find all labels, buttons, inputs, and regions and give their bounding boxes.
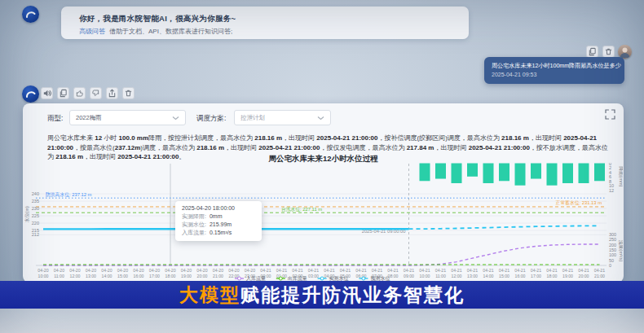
slogan-banner: 大模型赋能提升防汛业务智慧化	[0, 281, 644, 309]
thumbs-up-button[interactable]	[73, 87, 86, 99]
thumbs-up-icon	[75, 89, 84, 98]
svg-text:10:00: 10:00	[38, 274, 49, 278]
svg-text:04-20: 04-20	[37, 268, 48, 273]
svg-text:04-21: 04-21	[531, 268, 541, 273]
delete-button[interactable]	[122, 87, 135, 99]
svg-text:20:00: 20:00	[579, 274, 589, 278]
svg-text:正常蓄水位: 231.13 m: 正常蓄水位: 231.13 m	[556, 200, 602, 205]
fullscreen-icon	[605, 109, 615, 120]
copy-icon	[59, 89, 68, 98]
svg-text:14:00: 14:00	[102, 274, 112, 278]
read-aloud-button[interactable]	[41, 87, 53, 99]
fullscreen-button[interactable]	[605, 108, 615, 119]
svg-text:12:00: 12:00	[452, 274, 462, 278]
speaker-icon	[42, 89, 51, 98]
svg-text:16:00: 16:00	[134, 274, 144, 278]
svg-text:降雨(mm): 降雨(mm)	[619, 166, 623, 186]
svg-text:09:00: 09:00	[404, 274, 414, 278]
svg-text:20:00: 20:00	[197, 274, 208, 278]
svg-text:04-20: 04-20	[196, 268, 207, 273]
rain-type-value: 2022梅雨	[76, 114, 172, 122]
svg-text:212: 212	[32, 232, 39, 237]
svg-text:50: 50	[609, 258, 614, 263]
svg-text:04-21: 04-21	[355, 268, 366, 273]
slogan-highlight: 大模型	[179, 284, 240, 305]
svg-text:04-20: 04-20	[228, 268, 239, 273]
svg-text:04-21: 04-21	[308, 268, 319, 273]
screen: 你好，我是甬水院智能AI，很高兴为你服务~ 高级问答借助于文档、API、数据库表…	[0, 0, 644, 333]
svg-text:04-21: 04-21	[514, 268, 525, 273]
svg-text:04-21: 04-21	[483, 268, 493, 273]
qa-mode-tag: 高级问答	[79, 28, 105, 35]
assistant-avatar	[22, 85, 39, 103]
svg-text:04-21: 04-21	[419, 268, 430, 273]
svg-text:225: 225	[32, 213, 39, 218]
svg-text:04-21: 04-21	[435, 268, 446, 273]
svg-text:250: 250	[609, 237, 616, 242]
svg-text:240: 240	[32, 191, 39, 196]
export-icon	[108, 89, 117, 98]
svg-text:15:00: 15:00	[117, 274, 128, 278]
svg-text:300: 300	[609, 232, 616, 237]
svg-text:150: 150	[609, 248, 616, 252]
footer-strip	[0, 309, 644, 333]
analysis-panel: 雨型: 2022梅雨 调度方案: 控泄计划 周公宅水库未来 12 小时 100.…	[23, 103, 624, 283]
svg-text:220: 220	[32, 221, 39, 226]
thumbs-down-button[interactable]	[90, 87, 102, 99]
svg-text:04-21: 04-21	[578, 268, 589, 273]
plan-select[interactable]: 控泄计划	[234, 110, 331, 125]
svg-text:15:00: 15:00	[499, 274, 509, 278]
copy-button[interactable]	[586, 46, 598, 58]
svg-text:19:00: 19:00	[562, 274, 573, 278]
svg-text:04-21: 04-21	[372, 268, 382, 273]
svg-text:17:00: 17:00	[531, 274, 541, 278]
slogan-text: 大模型赋能提升防汛业务智慧化	[179, 283, 465, 308]
svg-text:流量(m³/s): 流量(m³/s)	[618, 240, 623, 262]
svg-text:04-21: 04-21	[340, 268, 351, 273]
assistant-logo-icon	[22, 85, 39, 103]
assistant-greeting: 你好，我是甬水院智能AI，很高兴为你服务~	[79, 14, 236, 24]
rain-type-select[interactable]: 2022梅雨	[69, 110, 186, 125]
assistant-logo-icon	[22, 6, 39, 23]
chevron-down-icon	[172, 115, 179, 121]
svg-text:18:00: 18:00	[165, 274, 176, 278]
export-button[interactable]	[106, 87, 118, 99]
svg-text:04-21: 04-21	[387, 268, 398, 273]
tooltip-rows: 实测降雨:0mm实测水位:215.99m入库流量:0.15m³/s	[182, 213, 255, 237]
delete-button[interactable]	[602, 46, 615, 58]
svg-text:水位(m): 水位(m)	[24, 206, 29, 223]
assistant-avatar	[22, 6, 39, 23]
svg-text:11:00: 11:00	[54, 274, 64, 278]
svg-text:19:00: 19:00	[181, 274, 192, 278]
assistant-message: 你好，我是甬水院智能AI，很高兴为你服务~ 高级问答借助于文档、API、数据库表…	[61, 7, 469, 39]
tooltip-time: 2025-04-20 18:00:00	[182, 205, 255, 211]
plan-label: 调度方案:	[196, 114, 226, 124]
water-level-chart[interactable]: 2025-04-21 09:00:00防洪高水位: 237.12 m正常蓄水位:…	[24, 163, 623, 283]
svg-text:11:00: 11:00	[435, 274, 446, 278]
svg-text:台汛水位: 227.11 m: 台汛水位: 227.11 m	[281, 206, 322, 213]
plan-value: 控泄计划	[240, 114, 317, 122]
svg-text:21:00: 21:00	[594, 274, 605, 278]
svg-text:04-20: 04-20	[149, 268, 160, 273]
slogan-rest: 赋能提升防汛业务智慧化	[240, 284, 465, 305]
trash-icon	[604, 47, 613, 56]
svg-text:04-20: 04-20	[69, 268, 80, 273]
svg-text:防洪高水位: 237.12 m: 防洪高水位: 237.12 m	[46, 191, 92, 198]
copy-icon	[588, 47, 597, 56]
svg-text:04-20: 04-20	[101, 268, 112, 273]
svg-text:0: 0	[609, 263, 611, 268]
svg-text:14:00: 14:00	[483, 274, 494, 278]
svg-text:04-21: 04-21	[276, 268, 287, 273]
svg-text:04-21: 04-21	[292, 268, 302, 273]
copy-button[interactable]	[57, 87, 69, 99]
svg-text:04-21: 04-21	[260, 268, 271, 273]
svg-text:04-20: 04-20	[117, 268, 128, 273]
svg-text:04-20: 04-20	[245, 268, 255, 273]
svg-text:100: 100	[609, 252, 616, 257]
svg-text:18:00: 18:00	[547, 274, 558, 278]
chevron-down-icon	[317, 115, 324, 121]
qa-mode-desc: 借助于文档、API、数据库表进行知识问答;	[109, 28, 232, 35]
user-question: 周公宅水库未来12小时100mm降雨最高水位是多少	[492, 62, 621, 70]
svg-text:04-20: 04-20	[54, 268, 64, 273]
message-timestamp: 2025-04-21 09:53	[492, 72, 536, 77]
